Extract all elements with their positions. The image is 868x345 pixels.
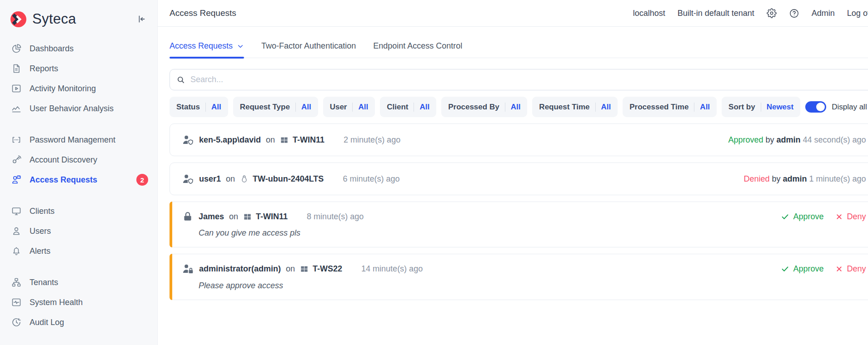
filter-request-type[interactable]: Request Type All [233,97,318,117]
divider [414,103,414,112]
filter-label: Request Time [539,103,589,112]
tab-label: Access Requests [170,41,233,51]
sidebar-item-system-health[interactable]: System Health [0,292,157,312]
sidebar-item-account-discovery[interactable]: Account Discovery [0,150,157,170]
clients-icon [11,206,22,217]
display-all-toggle[interactable] [805,101,826,113]
lock-icon [182,211,194,222]
request-card: James on T-WIN11 8 minute(s) ago Approv [170,202,868,247]
sidebar-item-label: Access Requests [30,175,97,185]
request-status: Approved by admin 44 second(s) ago [728,135,866,145]
filter-value: All [700,103,710,112]
request-card: administrator(admin) on T-WS22 14 minute… [170,254,868,300]
host-name: localhost [633,9,665,18]
approve-button[interactable]: Approve [781,264,824,274]
user-behavior-analysis-icon [11,103,22,114]
user-shield-icon [182,173,194,185]
filter-processed-time[interactable]: Processed Time All [623,97,717,117]
toggle-knob [816,103,825,111]
filter-status[interactable]: Status All [170,97,228,117]
filter-label: Processed Time [629,103,688,112]
tab-bar: Access Requests Two-Factor Authenticatio… [170,41,868,58]
approve-button[interactable]: Approve [781,212,824,222]
deny-button[interactable]: Deny [835,212,866,222]
check-icon [781,265,789,273]
filter-label: Request Type [240,103,290,112]
request-client: TW-ubun-2404LTS [253,174,324,184]
tab-two-factor-authentication[interactable]: Two-Factor Authentication [261,41,356,58]
sidebar-item-user-behavior-analysis[interactable]: User Behavior Analysis [0,99,157,118]
filter-processed-by[interactable]: Processed By All [441,97,527,117]
request-message: Please approve access [199,281,868,291]
sidebar-collapse-icon[interactable] [135,14,146,25]
request-time: 14 minute(s) ago [361,264,423,274]
syteca-logo[interactable]: Syteca [10,11,76,28]
request-message: Can you give me access pls [199,228,868,238]
request-main-line: James on T-WIN11 8 minute(s) ago Approv [182,211,868,222]
request-right: Approved by admin 44 second(s) ago [728,135,868,145]
sidebar-item-dashboards[interactable]: Dashboards [0,39,157,59]
divider [694,103,694,112]
sidebar-item-users[interactable]: Users [0,221,157,241]
request-user: user1 [199,174,221,184]
search-input[interactable] [190,75,868,84]
tab-label: Two-Factor Authentication [261,41,356,51]
deny-label: Deny [847,264,866,274]
status-by-word: by [765,135,774,145]
divider [205,103,206,112]
access-requests-icon: ? [11,174,22,185]
filter-client[interactable]: Client All [380,97,436,117]
windows-icon [280,136,289,144]
alerts-icon [11,246,22,256]
filter-label: Sort by [728,103,755,112]
sidebar-item-password-management[interactable]: Password Management [0,130,157,150]
sidebar-item-alerts[interactable]: Alerts [0,241,157,261]
status-processed-by: admin [783,174,807,184]
sidebar-item-label: Dashboards [30,44,74,54]
request-right: Denied by admin 1 minute(s) ago [743,174,868,184]
filter-bar: Status All Request Type All User All Cli… [170,97,868,117]
request-client: T-WIN11 [293,135,324,145]
request-main-line: administrator(admin) on T-WS22 14 minute… [182,263,868,275]
filter-request-time[interactable]: Request Time All [532,97,618,117]
syteca-logo-icon [10,11,27,28]
sort-by-selector[interactable]: Sort by Newest [722,97,800,117]
page-title: Access Requests [170,8,236,18]
sidebar-item-tenants[interactable]: Tenants [0,272,157,292]
request-user: James [199,212,224,222]
filter-value: All [211,103,221,112]
divider [595,103,596,112]
sidebar-item-label: Audit Log [30,318,64,327]
windows-icon [300,265,309,273]
sidebar-item-label: Users [30,227,51,236]
sidebar-item-label: Clients [30,207,55,216]
status-result: Denied [743,174,769,184]
help-icon[interactable] [789,8,799,19]
activity-monitoring-icon [11,83,22,94]
status-result: Approved [728,135,763,145]
request-user: ken-5.app\david [199,135,261,145]
app-root: Syteca Dashboards [0,0,868,345]
sidebar-item-access-requests[interactable]: ? Access Requests 2 [0,170,157,190]
filter-label: Processed By [448,103,499,112]
request-time: 6 minute(s) ago [343,174,399,184]
filter-user[interactable]: User All [323,97,375,117]
settings-gear-icon[interactable] [767,8,777,18]
log-off-button[interactable]: Log off [847,9,868,18]
sidebar-item-audit-log[interactable]: Audit Log [0,312,157,332]
sidebar-item-clients[interactable]: Clients [0,201,157,221]
top-header: Access Requests localhost Built-in defau… [158,0,868,27]
divider [295,103,296,112]
filter-value: All [301,103,311,112]
status-processed-time: 1 minute(s) ago [809,174,866,184]
toggle-label: Display all requests [832,103,868,112]
password-management-icon [11,134,22,145]
linux-icon [240,175,249,183]
sidebar-item-activity-monitoring[interactable]: Activity Monitoring [0,79,157,99]
tab-access-requests[interactable]: Access Requests [170,41,244,58]
account-menu[interactable]: Admin [812,9,835,18]
deny-button[interactable]: Deny [835,264,866,274]
tab-endpoint-access-control[interactable]: Endpoint Access Control [373,41,462,58]
sidebar-item-reports[interactable]: Reports [0,59,157,79]
filter-value: Newest [767,103,794,112]
